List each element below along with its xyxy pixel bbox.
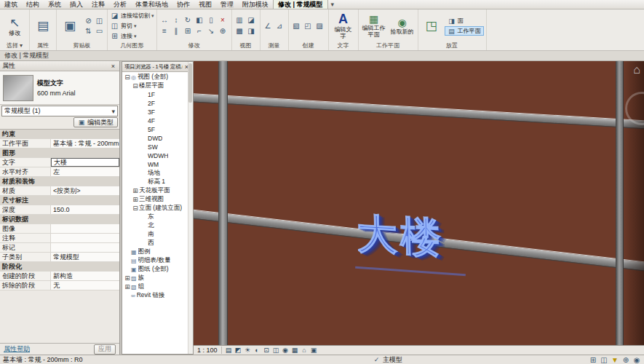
view-tool-icon[interactable]: ▩ — [234, 26, 245, 36]
tree-expander-icon[interactable]: ⊟ — [132, 82, 139, 90]
property-row[interactable]: 水平对齐 左 — [0, 167, 119, 177]
tree-item[interactable]: WDWH — [122, 151, 193, 160]
placement-option[interactable]: ◨ 面 — [445, 16, 484, 25]
property-value[interactable]: 左 — [51, 167, 119, 176]
apply-button[interactable]: 应用 — [94, 344, 116, 355]
group-label-measure[interactable]: 测量 — [263, 41, 286, 50]
placement-option[interactable]: ▤ 工作平面 — [445, 26, 484, 36]
modify-tool-icon[interactable]: ↻ — [183, 15, 194, 25]
clipboard-tool-icon[interactable]: ▭ — [94, 26, 105, 36]
modify-tool-icon[interactable]: ▯ — [206, 15, 217, 25]
group-label-placement[interactable]: 放置 — [421, 41, 484, 50]
tree-item[interactable]: ∞ Revit 链接 — [122, 291, 193, 300]
status-filter-icon[interactable]: ⊞ — [589, 356, 597, 364]
view-control-icon[interactable]: ⌂ — [300, 346, 309, 355]
group-label-create[interactable]: 创建 — [291, 41, 326, 50]
property-row[interactable]: 材质和装饰 — [0, 177, 119, 186]
property-value[interactable] — [51, 243, 119, 252]
modify-tool-icon[interactable]: ⊞ — [183, 26, 194, 36]
vertical-mullion-left[interactable] — [218, 61, 228, 345]
status-filter-icon[interactable]: ▼ — [611, 356, 619, 364]
tree-item[interactable]: 4F — [122, 116, 193, 125]
ribbon-tab[interactable]: 插入 — [65, 0, 87, 9]
tree-item[interactable]: ⊞ 三维视图 — [122, 195, 193, 204]
modify-tool-icon[interactable]: ↔ — [159, 15, 170, 25]
modify-button[interactable]: ↖ 修改 — [2, 16, 27, 36]
ribbon-collapse-icon[interactable]: ▾ — [328, 0, 338, 9]
horizontal-beam-upper[interactable] — [194, 93, 644, 130]
property-row[interactable]: 深度 150.0 — [0, 205, 119, 215]
measure-tool-icon[interactable]: ∠ — [263, 20, 274, 31]
ribbon-tab[interactable]: 建筑 — [0, 0, 22, 9]
property-row[interactable]: 材质 <按类别> — [0, 186, 119, 196]
property-value[interactable]: 基本墙 : 常规 - 200mm — [51, 139, 119, 148]
tree-item[interactable]: ▦ 图例 — [122, 248, 193, 256]
property-row[interactable]: 子类别 常规模型 — [0, 253, 119, 262]
clipboard-tool-icon[interactable]: ◫ — [94, 16, 105, 26]
clipboard-tool-icon[interactable]: ⇅ — [83, 26, 94, 36]
ribbon-tab[interactable]: 分析 — [109, 0, 131, 9]
property-row[interactable]: 图形 — [0, 149, 119, 158]
tree-expander-icon[interactable]: ⊞ — [124, 274, 131, 282]
property-row[interactable]: 拆除的阶段 无 — [0, 281, 119, 290]
workplane-button[interactable]: ▦ 编辑工作平面 — [361, 14, 387, 38]
group-label-geometry[interactable]: 几何图形 — [110, 41, 154, 50]
measure-tool-icon[interactable]: ⊿ — [274, 20, 285, 31]
tree-item[interactable]: 南 — [122, 230, 193, 239]
geometry-tool[interactable]: ◪ 连接端切割 ▾ — [110, 11, 154, 20]
modify-tool-icon[interactable]: ⌐ — [194, 26, 205, 36]
property-value[interactable]: <按类别> — [51, 186, 119, 195]
property-value[interactable]: 新构造 — [51, 272, 119, 280]
property-row[interactable]: 注释 — [0, 234, 119, 243]
clipboard-tool-icon[interactable]: ⊘ — [83, 16, 94, 26]
tree-expander-icon[interactable]: ⊞ — [132, 196, 139, 203]
view-control-icon[interactable]: ▤ — [224, 346, 234, 355]
browser-scrollbar-thumb[interactable] — [188, 63, 192, 103]
create-tool-icon[interactable]: ◰ — [303, 20, 314, 31]
property-value[interactable] — [51, 234, 119, 242]
tree-item[interactable]: ▤ 明细表/数量 — [122, 256, 193, 265]
tree-item[interactable]: 东 — [122, 213, 193, 221]
tree-item[interactable]: 场地 — [122, 169, 193, 178]
main-model-label[interactable]: 主模型 — [383, 355, 402, 364]
tree-expander-icon[interactable]: ⊞ — [132, 187, 139, 194]
browser-scrollbar[interactable] — [188, 62, 193, 354]
view-control-icon[interactable]: ☀ — [243, 346, 253, 355]
tree-item[interactable]: DWD — [122, 134, 193, 143]
tree-expander-icon[interactable]: ⊟ — [132, 205, 139, 212]
property-row[interactable]: 创建的阶段 新构造 — [0, 272, 119, 281]
tree-item[interactable]: ⊞ 天花板平面 — [122, 186, 193, 195]
property-row[interactable]: 阶段化 — [0, 262, 119, 272]
view-control-icon[interactable]: ▣ — [309, 346, 319, 355]
property-value[interactable] — [51, 224, 119, 233]
edit-type-button[interactable]: ▣ 编辑类型 — [73, 117, 118, 127]
tree-item[interactable]: 2F — [122, 99, 193, 108]
properties-help-link[interactable]: 属性帮助 — [4, 344, 30, 354]
modify-tool-icon[interactable]: ↘ — [206, 26, 217, 36]
property-row[interactable]: 工作平面 基本墙 : 常规 - 200mm — [0, 139, 119, 149]
view-control-icon[interactable]: ◐ — [253, 346, 262, 355]
group-label-properties[interactable]: 属性 — [32, 41, 54, 50]
property-row[interactable]: 标记 — [0, 243, 119, 253]
selected-model-text[interactable]: 大楼 — [356, 207, 444, 266]
property-value[interactable]: 常规模型 — [51, 253, 119, 261]
status-filter-icon[interactable]: ⊕ — [621, 356, 630, 364]
geometry-tool[interactable]: ⊞ 连接 ▾ — [110, 31, 154, 41]
status-filter-icon[interactable]: ◉ — [632, 356, 641, 364]
drawing-viewport[interactable]: ⌂ 大楼 — [194, 61, 644, 345]
group-label-view[interactable]: 视图 — [234, 41, 258, 50]
ribbon-tab-active-contextual[interactable]: 修改 | 常规模型 — [273, 0, 328, 9]
tree-item[interactable]: SW — [122, 143, 193, 151]
tree-item[interactable]: 3F — [122, 108, 193, 116]
property-value[interactable]: 150.0 — [51, 205, 119, 214]
tree-item[interactable]: ⊟ 楼层平面 — [122, 82, 193, 90]
properties-header[interactable]: 属性 × — [0, 61, 119, 71]
ribbon-tab[interactable]: 管理 — [216, 0, 238, 9]
tree-item[interactable]: WM — [122, 160, 193, 169]
ribbon-tab[interactable]: 结构 — [22, 0, 44, 9]
property-row[interactable]: 文字 大楼 — [0, 158, 119, 167]
create-tool-icon[interactable]: ▧ — [291, 20, 302, 31]
modify-tool-icon[interactable]: ≡ — [159, 26, 170, 36]
group-label-modify[interactable]: 修改 — [159, 41, 229, 50]
modify-tool-icon[interactable]: ∥ — [171, 26, 182, 36]
